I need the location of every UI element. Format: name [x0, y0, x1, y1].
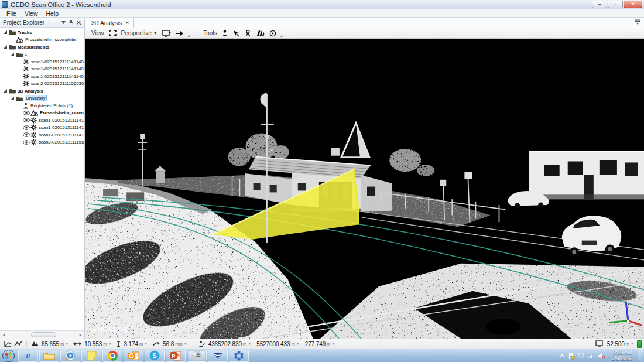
tree-item[interactable]: Tracks — [0, 29, 84, 36]
tree-expander-icon[interactable] — [10, 52, 15, 57]
profile-view-icon[interactable] — [4, 340, 12, 347]
tree-item[interactable]: scan1-020151211114114001 — [0, 66, 84, 73]
visibility-eye-icon[interactable] — [23, 132, 30, 137]
maximize-button[interactable]: ▫ — [608, 1, 623, 8]
tree-item-label: scan2-020151211115653000 — [31, 81, 84, 86]
panel-dropdown-icon[interactable] — [60, 19, 67, 26]
visibility-eye-icon[interactable] — [23, 125, 30, 130]
windows-logo-icon — [5, 352, 12, 359]
tree-item-label: 3D Analysis — [18, 88, 43, 94]
measurement-value: 3.174 — [124, 341, 138, 347]
taskbar-item-gedo-globe[interactable] — [187, 350, 207, 362]
tab-3d-analysis[interactable]: 3D Analysis ✕ — [87, 18, 134, 28]
project-explorer-title: Project Explorer — [3, 19, 60, 26]
alignment-icon[interactable] — [14, 340, 22, 347]
action-center-icon[interactable] — [568, 352, 575, 360]
walkthrough-arrow-icon[interactable] — [174, 30, 185, 36]
tree-item[interactable]: University — [0, 95, 84, 103]
tree-expander-spacer — [17, 81, 22, 86]
panel-close-icon[interactable] — [75, 19, 83, 26]
display-icon[interactable] — [161, 30, 172, 37]
tree-item[interactable]: scan2-020151211115653000 — [0, 80, 84, 88]
tree-expander-icon[interactable] — [3, 30, 8, 35]
tab-close-icon[interactable]: ✕ — [125, 20, 129, 26]
taskbar-item-media-player[interactable] — [60, 350, 80, 362]
toolbar-view-label: View — [91, 30, 104, 36]
scroll-thumb[interactable] — [31, 332, 56, 337]
panel-hscrollbar[interactable]: ◂ ▸ — [0, 330, 84, 339]
tree-item-label: 1 — [25, 52, 27, 57]
panel-pin-icon[interactable] — [67, 19, 75, 26]
taskbar-item-sticky-notes[interactable] — [81, 350, 101, 362]
tree-item-label: Tracks — [18, 30, 32, 35]
scroll-left-arrow[interactable]: ◂ — [0, 332, 8, 339]
tree-item-label: scan1-020151211114114002 — [31, 74, 84, 79]
close-button[interactable]: ✕ — [624, 1, 642, 8]
target-circle-icon[interactable] — [268, 30, 278, 37]
menu-help[interactable]: Help — [42, 10, 63, 17]
tree-expander-icon[interactable] — [3, 45, 8, 49]
tree-item[interactable]: 3D Analysis — [0, 87, 84, 95]
station-icon[interactable] — [243, 30, 253, 37]
tree-item[interactable]: scan2-020151211115653000 — [0, 139, 84, 146]
tree-expander-spacer — [10, 37, 15, 42]
coordinate-2: 277.749m▼ — [303, 341, 335, 347]
tab-bar: 3D Analysis ✕ — [85, 18, 644, 28]
taskbar-item-ie[interactable]: e — [18, 350, 38, 362]
taskbar-item-trimble[interactable] — [208, 350, 228, 362]
visibility-eye-icon[interactable] — [23, 140, 30, 145]
coordinate-unit: m — [291, 341, 294, 347]
tree-item[interactable]: Registered Points (1) — [0, 102, 84, 110]
toolbar-group-grip[interactable]: ◢ — [187, 33, 190, 37]
tree-item[interactable]: scan1-020151211114114002 — [0, 131, 84, 139]
volume-icon[interactable] — [598, 353, 605, 359]
coordinate-unit: m — [327, 341, 330, 347]
tree-item[interactable]: Prosselsheim_ccomplete. — [0, 36, 84, 44]
tree-item-label: scan1-020151211114114001 — [39, 125, 84, 130]
tree-item-label: Prosselsheim_ccomplete — [40, 110, 84, 115]
folder-icon — [9, 44, 16, 50]
taskbar-item-explorer[interactable] — [39, 350, 59, 362]
display-icon[interactable] — [578, 353, 585, 359]
taskbar-item-outlook[interactable] — [124, 350, 143, 362]
point-count-label: n=18254520 — [89, 326, 128, 334]
taskbar-item-powerpoint[interactable]: P — [166, 350, 186, 362]
window-list-icon[interactable] — [635, 19, 640, 26]
taskbar-item-chrome[interactable] — [102, 350, 122, 362]
perspective-dropdown[interactable]: Perspective▼ — [120, 30, 159, 36]
coordinate-value: 277.749 — [305, 341, 326, 347]
point-cloud-scene[interactable]: n=18254520 — [85, 39, 644, 339]
visibility-eye-icon[interactable] — [23, 111, 30, 115]
visibility-eye-icon[interactable] — [23, 118, 30, 122]
scroll-right-arrow[interactable]: ▸ — [77, 332, 84, 339]
register-person-icon[interactable] — [221, 30, 229, 37]
taskbar-item-gedo-scan[interactable] — [229, 350, 249, 362]
start-button[interactable] — [2, 350, 15, 362]
scan-icon — [23, 73, 29, 80]
minimize-button[interactable]: – — [592, 1, 607, 8]
signal-icon[interactable] — [588, 353, 595, 358]
tools-group-grip[interactable]: ◢ — [280, 33, 283, 37]
tree-item[interactable]: 1 — [0, 51, 84, 59]
tree-item[interactable]: Measurements — [0, 43, 84, 51]
show-desktop-button[interactable] — [638, 349, 643, 362]
tree-expander-spacer — [17, 74, 22, 78]
fit-view-icon[interactable] — [108, 30, 118, 36]
hidden-icons-icon[interactable] — [559, 353, 565, 358]
menu-view[interactable]: View — [20, 10, 42, 17]
tree-item[interactable]: scan1-020151211114114002 — [0, 73, 84, 80]
tree-item[interactable]: scan1-020151211114114000 — [0, 117, 84, 124]
fan-layers-icon[interactable] — [255, 30, 266, 36]
tree-item[interactable]: scan1-020151211114114000 — [0, 58, 84, 66]
move-select-icon[interactable] — [231, 30, 241, 37]
taskbar-clock[interactable]: 8:19 AM 2/9/2016 — [612, 350, 632, 362]
tree-expander-icon[interactable] — [10, 96, 15, 101]
menu-file[interactable]: File — [2, 10, 20, 17]
tree-item[interactable]: Prosselsheim_ccomplete — [0, 110, 84, 117]
tree-item[interactable]: scan1-020151211114114001 — [0, 124, 84, 132]
3d-viewport[interactable]: n=18254520 — [85, 39, 644, 339]
tree-expander-spacer — [17, 59, 22, 64]
scan-icon — [23, 80, 29, 87]
tree-expander-icon[interactable] — [3, 88, 8, 93]
taskbar-item-skype[interactable]: S — [145, 350, 165, 362]
